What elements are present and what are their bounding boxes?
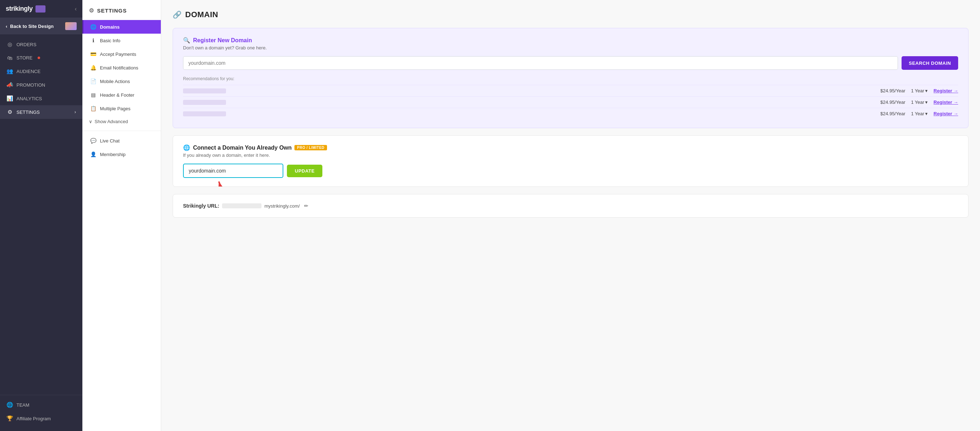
- search-domain-button[interactable]: SEARCH DOMAIN: [902, 56, 958, 70]
- sidebar-toggle-icon[interactable]: ‹: [75, 6, 76, 12]
- register-domain-title: 🔍 Register New Domain: [183, 37, 958, 44]
- settings-nav-email-notifications[interactable]: 🔔 Email Notifications: [83, 61, 161, 74]
- strikingly-url-edit-icon[interactable]: ✏: [304, 203, 309, 209]
- sidebar-item-affiliate-label: Affiliate Program: [16, 416, 51, 421]
- sidebar-item-promotion[interactable]: 📣 PROMOTION: [0, 78, 83, 92]
- settings-nav-basic-info[interactable]: ℹ Basic Info: [83, 34, 161, 47]
- logo-text: strikingly: [6, 5, 33, 13]
- strikingly-url-suffix: mystrikingly.com/: [264, 203, 300, 209]
- connect-domain-row: UPDATE: [183, 163, 958, 178]
- audience-icon: 👥: [6, 68, 13, 74]
- connect-globe-icon: 🌐: [183, 144, 190, 151]
- show-advanced-toggle[interactable]: ∨ Show Advanced: [83, 115, 161, 128]
- settings-nav-email-notifications-label: Email Notifications: [100, 65, 138, 71]
- settings-nav-multiple-pages[interactable]: 📋 Multiple Pages: [83, 101, 161, 115]
- back-to-site-button[interactable]: ‹ Back to Site Design: [0, 18, 83, 35]
- show-advanced-chevron-icon: ∨: [89, 119, 92, 124]
- recommendation-year-3: 1 Year ▾: [911, 111, 928, 116]
- settings-panel-header: ⚙ SETTINGS: [83, 0, 161, 20]
- domain-link-icon: 🔗: [173, 10, 181, 19]
- sidebar-item-team-label: TEAM: [16, 402, 29, 408]
- settings-nav-domains[interactable]: 🌐 Domains: [83, 20, 161, 34]
- domain-search-row: SEARCH DOMAIN: [183, 56, 958, 70]
- sidebar-item-audience[interactable]: 👥 AUDIENCE: [0, 65, 83, 78]
- recommendation-year-1: 1 Year ▾: [911, 88, 928, 93]
- strikingly-url-blur: [222, 203, 261, 208]
- recommendation-year-2: 1 Year ▾: [911, 100, 928, 105]
- pro-badge: PRO / LIMITED: [294, 145, 327, 151]
- recommendation-price-2: $24.95/Year: [880, 100, 905, 105]
- sidebar-item-analytics-label: ANALYTICS: [16, 96, 42, 101]
- update-domain-button[interactable]: UPDATE: [287, 165, 322, 177]
- register-domain-card: 🔍 Register New Domain Don't own a domain…: [173, 28, 969, 128]
- settings-nav-accept-payments[interactable]: 💳 Accept Payments: [83, 47, 161, 61]
- main-nav: ◎ ORDERS 🛍 STORE 👥 AUDIENCE 📣 PROMOTION …: [0, 35, 83, 395]
- settings-nav-multiple-pages-label: Multiple Pages: [100, 106, 130, 111]
- sidebar-item-team[interactable]: 🌐 TEAM: [0, 398, 83, 412]
- team-icon: 🌐: [6, 402, 13, 408]
- recommendation-domain-blur-2: [183, 100, 226, 105]
- register-search-icon: 🔍: [183, 37, 190, 44]
- sidebar-item-promotion-label: PROMOTION: [16, 82, 45, 88]
- affiliate-icon: 🏆: [6, 415, 13, 422]
- sidebar-item-store[interactable]: 🛍 STORE: [0, 51, 83, 65]
- settings-nav-membership[interactable]: 👤 Membership: [83, 147, 161, 161]
- recommendation-price-3: $24.95/Year: [880, 111, 905, 116]
- header-footer-icon: ▤: [90, 92, 96, 98]
- show-advanced-label: Show Advanced: [95, 119, 128, 124]
- analytics-icon: 📊: [6, 95, 13, 101]
- connect-domain-card: 🌐 Connect a Domain You Already Own PRO /…: [173, 135, 969, 187]
- sidebar-item-settings[interactable]: ⚙ SETTINGS ›: [0, 105, 83, 119]
- register-link-3[interactable]: Register →: [934, 111, 958, 116]
- settings-panel-title: SETTINGS: [97, 8, 127, 14]
- basic-info-icon: ℹ: [90, 38, 96, 43]
- connect-domain-card-inner: 🌐 Connect a Domain You Already Own PRO /…: [173, 136, 968, 187]
- register-link-1[interactable]: Register →: [934, 88, 958, 93]
- back-to-site-label: Back to Site Design: [10, 24, 53, 29]
- settings-nav-basic-info-label: Basic Info: [100, 38, 120, 43]
- recommendation-row-2: $24.95/Year 1 Year ▾ Register →: [183, 96, 958, 108]
- main-content: 🔗 DOMAIN 🔍 Register New Domain Don't own…: [161, 0, 980, 431]
- domains-icon: 🌐: [90, 24, 96, 30]
- membership-icon: 👤: [90, 151, 96, 157]
- recommendation-price-1: $24.95/Year: [880, 88, 905, 93]
- settings-nav-accept-payments-label: Accept Payments: [100, 52, 136, 57]
- connect-domain-input[interactable]: [183, 163, 283, 178]
- logo-icon: [35, 5, 46, 13]
- strikingly-url-card: Strikingly URL: mystrikingly.com/ ✏: [173, 194, 969, 218]
- back-arrow-icon: ‹: [6, 24, 7, 29]
- settings-divider: [83, 131, 161, 131]
- sidebar-item-audience-label: AUDIENCE: [16, 69, 40, 74]
- live-chat-icon: 💬: [90, 138, 96, 144]
- settings-gear-icon: ⚙: [89, 7, 94, 14]
- logo-area: strikingly ‹: [0, 0, 83, 18]
- register-domain-subtitle: Don't own a domain yet? Grab one here.: [183, 45, 958, 51]
- settings-nav-membership-label: Membership: [100, 152, 126, 157]
- register-domain-input[interactable]: [183, 56, 898, 70]
- sidebar-item-orders[interactable]: ◎ ORDERS: [0, 38, 83, 51]
- settings-nav-mobile-actions-label: Mobile Actions: [100, 79, 130, 84]
- year-dropdown-icon-3[interactable]: ▾: [925, 111, 928, 116]
- sidebar-item-settings-label: SETTINGS: [16, 109, 40, 115]
- settings-nav-mobile-actions[interactable]: 📄 Mobile Actions: [83, 74, 161, 88]
- settings-nav-live-chat-label: Live Chat: [100, 138, 119, 144]
- register-link-2[interactable]: Register →: [934, 100, 958, 105]
- settings-nav-header-footer-label: Header & Footer: [100, 92, 134, 98]
- page-title: DOMAIN: [185, 10, 218, 19]
- register-domain-card-inner: 🔍 Register New Domain Don't own a domain…: [173, 28, 968, 128]
- settings-nav-header-footer[interactable]: ▤ Header & Footer: [83, 88, 161, 101]
- settings-nav-domains-label: Domains: [100, 24, 119, 30]
- recommendation-domain-blur-1: [183, 89, 226, 93]
- promotion-icon: 📣: [6, 82, 13, 88]
- settings-panel: ⚙ SETTINGS 🌐 Domains ℹ Basic Info 💳 Acce…: [83, 0, 161, 431]
- sidebar-item-orders-label: ORDERS: [16, 42, 37, 47]
- page-header: 🔗 DOMAIN: [173, 10, 969, 19]
- year-dropdown-icon-2[interactable]: ▾: [925, 100, 928, 105]
- site-thumbnail: [65, 22, 76, 30]
- settings-nav-live-chat[interactable]: 💬 Live Chat: [83, 134, 161, 147]
- sidebar-item-analytics[interactable]: 📊 ANALYTICS: [0, 92, 83, 105]
- year-dropdown-icon-1[interactable]: ▾: [925, 88, 928, 93]
- sidebar-item-affiliate[interactable]: 🏆 Affiliate Program: [0, 412, 83, 425]
- recommendation-domain-blur-3: [183, 111, 226, 116]
- email-notifications-icon: 🔔: [90, 65, 96, 71]
